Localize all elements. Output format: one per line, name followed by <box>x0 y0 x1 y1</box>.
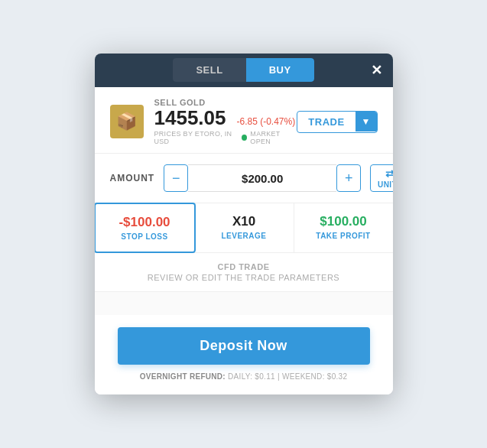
units-label: UNITS <box>378 180 393 189</box>
overnight-label: OVERNIGHT REFUND: <box>140 372 226 381</box>
cfd-trade-row[interactable]: CFD TRADE REVIEW OR EDIT THE TRADE PARAM… <box>95 253 393 292</box>
modal-wrapper: SELL BUY ✕ 📦 SELL GOLD 1455.05 -6.85 (-0… <box>95 54 393 395</box>
asset-label: SELL GOLD <box>154 98 297 107</box>
deposit-section: Deposit Now OVERNIGHT REFUND: DAILY: $0.… <box>95 315 393 394</box>
modal-header: SELL BUY ✕ <box>95 54 393 87</box>
overnight-weekend: WEEKEND: $0.32 <box>282 372 347 381</box>
stop-loss-value: -$100.00 <box>103 215 187 230</box>
trade-params-row: -$100.00 STOP LOSS X10 LEVERAGE $100.00 … <box>95 203 393 253</box>
trade-arrow-icon[interactable]: ▼ <box>356 112 377 131</box>
asset-price: 1455.05 <box>154 107 226 129</box>
asset-info: SELL GOLD 1455.05 -6.85 (-0.47%) PRICES … <box>154 98 297 146</box>
leverage-value: X10 <box>203 214 286 229</box>
units-swap-icon: ⇄ <box>385 168 393 179</box>
trade-label: TRADE <box>297 112 355 132</box>
leverage-cell[interactable]: X10 LEVERAGE <box>195 203 294 252</box>
stop-loss-label: STOP LOSS <box>103 232 187 241</box>
take-profit-value: $100.00 <box>302 214 385 229</box>
asset-icon: 📦 <box>110 105 144 138</box>
amount-decrease-button[interactable]: − <box>164 164 188 192</box>
leverage-label: LEVERAGE <box>203 232 286 240</box>
trade-modal: SELL BUY ✕ 📦 SELL GOLD 1455.05 -6.85 (-0… <box>95 54 393 395</box>
amount-label: AMOUNT <box>110 173 155 183</box>
overnight-refund-text: OVERNIGHT REFUND: DAILY: $0.11 | WEEKEND… <box>140 372 348 387</box>
close-button[interactable]: ✕ <box>371 63 382 77</box>
market-open-dot <box>242 135 247 141</box>
stop-loss-cell[interactable]: -$100.00 STOP LOSS <box>95 203 196 253</box>
sell-tab[interactable]: SELL <box>173 58 245 82</box>
cfd-subtitle: REVIEW OR EDIT THE TRADE PARAMETERS <box>110 273 378 282</box>
gold-icon: 📦 <box>116 112 137 131</box>
units-button[interactable]: ⇄ UNITS <box>370 164 392 192</box>
take-profit-label: TAKE PROFIT <box>302 232 385 240</box>
amount-increase-button[interactable]: + <box>336 164 361 192</box>
deposit-now-button[interactable]: Deposit Now <box>118 327 370 365</box>
amount-controls: − + <box>164 164 361 192</box>
cfd-title: CFD TRADE <box>110 262 378 271</box>
spacer <box>95 292 393 315</box>
asset-change: -6.85 (-0.47%) <box>236 116 295 127</box>
amount-input[interactable] <box>188 164 336 192</box>
trade-dropdown[interactable]: TRADE ▼ <box>297 111 377 133</box>
tab-group: SELL BUY <box>173 58 313 82</box>
asset-meta: PRICES BY ETORO, IN USD MARKET OPEN <box>154 130 297 145</box>
take-profit-cell[interactable]: $100.00 TAKE PROFIT <box>294 203 393 252</box>
overnight-daily: DAILY: $0.11 <box>228 372 275 381</box>
amount-row: AMOUNT − + ⇄ UNITS <box>95 154 393 203</box>
asset-row: 📦 SELL GOLD 1455.05 -6.85 (-0.47%) PRICE… <box>95 87 393 154</box>
buy-tab[interactable]: BUY <box>246 58 314 82</box>
